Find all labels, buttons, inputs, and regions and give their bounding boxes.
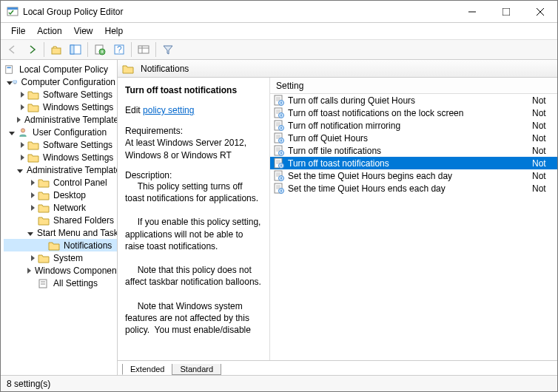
list-item-state: Not [532,183,557,194]
folder-icon [27,152,39,163]
setting-icon [273,158,285,169]
tree-item[interactable]: Start Menu and Taskbar [4,226,117,239]
chevron-right-icon[interactable] [17,152,27,163]
svg-rect-29 [280,101,281,104]
tree-item[interactable]: Software Settings [4,88,117,101]
chevron-right-icon[interactable] [17,102,27,112]
chevron-right-icon[interactable] [27,190,38,200]
tree-item[interactable]: System [4,251,117,264]
path-label: Notifications [141,64,189,74]
maximize-button[interactable] [489,1,523,22]
list-item[interactable]: Turn off toast notificationsNot [270,157,557,169]
tree-label: All Settings [52,278,99,288]
properties-button[interactable] [91,41,109,58]
svg-point-20 [21,128,24,132]
tree-item[interactable]: Windows Settings [4,101,117,113]
tab-standard[interactable]: Standard [172,364,221,375]
svg-rect-65 [280,177,281,179]
svg-rect-71 [280,189,281,192]
chevron-right-icon[interactable] [27,266,31,276]
tree-label: Start Menu and Taskbar [36,228,118,238]
status-text: 8 setting(s) [7,379,50,389]
tree-label: Windows Settings [41,152,115,163]
list-item-label: Turn off notification mirroring [288,121,532,131]
folder-icon [27,140,39,150]
chevron-right-icon[interactable] [17,89,27,100]
list-item[interactable]: Set the time Quiet Hours begins each day… [270,169,557,182]
svg-rect-59 [280,164,281,166]
chevron-right-icon[interactable] [17,115,21,125]
list-item[interactable]: Turn off notification mirroringNot [270,119,557,132]
tab-extended[interactable]: Extended [122,364,172,375]
forward-button[interactable] [23,41,41,58]
chevron-down-icon[interactable] [17,165,23,175]
list-item-label: Turn off calls during Quiet Hours [288,95,532,106]
list-item[interactable]: Turn off tile notificationsNot [270,144,557,157]
filter-button[interactable] [159,41,177,58]
toolbar-separator [131,42,132,57]
svg-rect-6 [52,48,61,54]
folder-icon [27,102,39,112]
tree-item[interactable]: Desktop [4,189,117,201]
tree-user-config[interactable]: User Configuration [4,126,117,138]
svg-rect-47 [280,139,281,141]
svg-rect-19 [14,83,16,84]
folder-icon [122,64,134,74]
tree-label: User Configuration [31,127,108,138]
chevron-down-icon[interactable] [7,77,13,87]
menu-action[interactable]: Action [31,24,67,38]
tree-label: Network [52,203,87,213]
up-button[interactable] [47,41,65,58]
menu-view[interactable]: View [68,24,99,38]
tree-item[interactable]: Shared Folders [4,214,117,226]
tree-computer-config[interactable]: Computer Configuration [4,75,117,88]
tree-item[interactable]: Administrative Templates [4,113,117,126]
tree-item-notifications[interactable]: Notifications [4,239,117,251]
setting-icon [273,95,285,107]
chevron-down-icon[interactable] [7,127,17,138]
list-item[interactable]: Turn off toast notifications on the lock… [270,107,557,119]
tree-item[interactable]: All Settings [4,277,117,289]
folder-icon [38,178,50,188]
chevron-right-icon[interactable] [17,140,27,150]
status-bar: 8 setting(s) [1,375,557,391]
app-icon [7,6,19,18]
tree-label: Local Computer Policy [18,64,110,75]
tree-item[interactable]: Windows Settings [4,151,117,163]
list-item[interactable]: Turn off calls during Quiet HoursNot [270,94,557,107]
tree-item[interactable]: Software Settings [4,138,117,151]
navigation-tree[interactable]: Local Computer Policy Computer Configura… [1,60,118,375]
close-button[interactable] [523,1,557,22]
list-item-label: Turn off toast notifications on the lock… [288,108,532,118]
list-item[interactable]: Set the time Quiet Hours ends each dayNo… [270,182,557,195]
chevron-right-icon[interactable] [27,253,38,263]
menu-help[interactable]: Help [99,24,130,38]
list-item[interactable]: Turn off Quiet HoursNot [270,132,557,144]
show-hide-tree-button[interactable] [67,41,84,58]
list-item-label: Turn off tile notifications [288,146,532,156]
setting-icon [273,145,285,157]
list-item-label: Set the time Quiet Hours begins each day [288,171,532,181]
menu-file[interactable]: File [5,24,31,38]
svg-rect-17 [7,67,11,68]
view-button[interactable] [135,41,152,58]
user-icon [17,127,29,138]
tree-root[interactable]: Local Computer Policy [4,63,117,75]
help-button[interactable]: ? [110,41,128,58]
chevron-right-icon[interactable] [27,178,38,188]
minimize-button[interactable] [455,1,489,22]
requirements-text: At least Windows Server 2012, Windows 8 … [125,138,246,160]
policy-setting-link[interactable]: policy setting [143,105,194,115]
tree-item[interactable]: Network [4,201,117,214]
tree-item[interactable]: Windows Components [4,264,117,277]
setting-icon [273,107,285,119]
setting-icon [273,132,285,144]
column-header-setting[interactable]: Setting [270,78,557,94]
settings-list[interactable]: Turn off calls during Quiet HoursNotTurn… [270,94,557,360]
tree-item[interactable]: Administrative Templates [4,163,117,176]
chevron-right-icon[interactable] [27,203,38,213]
folder-icon [38,203,50,213]
chevron-down-icon[interactable] [27,228,33,238]
svg-rect-8 [70,45,74,54]
tree-item[interactable]: Control Panel [4,176,117,189]
